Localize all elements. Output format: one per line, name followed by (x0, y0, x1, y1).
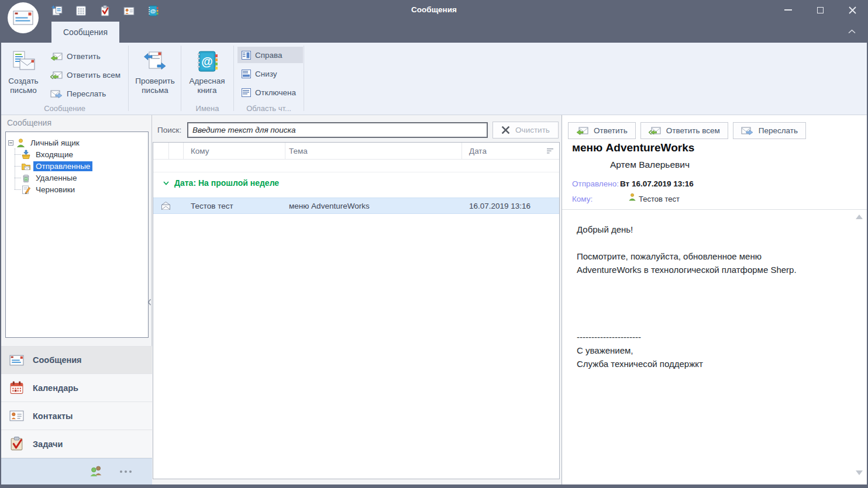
tree-item-label: Удаленные (33, 173, 79, 183)
reply-button[interactable]: Ответить (568, 122, 636, 139)
chevron-down-icon (163, 181, 169, 185)
collapse-ribbon-button[interactable] (846, 26, 857, 37)
nav-item-tasks[interactable]: Задачи (1, 430, 152, 458)
reading-pane-right-option[interactable]: Справа (237, 47, 303, 63)
address-book-button[interactable]: @ Адресная книга (184, 46, 230, 104)
calendar-red-icon (9, 380, 25, 396)
reading-pane-off-label: Отключена (255, 88, 296, 97)
message-date: 16.07.2019 13:16 (469, 202, 531, 210)
trash-icon (21, 173, 31, 183)
scroll-down-arrow-icon[interactable] (856, 470, 863, 475)
forward-icon (50, 89, 63, 99)
forward-label: Переслать (759, 126, 798, 135)
column-header-date[interactable]: Дата (469, 147, 487, 155)
tree-item-label: Входящие (33, 150, 75, 160)
column-header-subject[interactable]: Тема (289, 147, 308, 155)
sent-label: Отправлено: (572, 179, 619, 188)
date-group-label: Дата: На прошлой неделе (174, 178, 279, 188)
app-button[interactable] (8, 2, 39, 33)
chevron-up-icon (848, 29, 856, 34)
nav-item-label: Календарь (33, 383, 78, 393)
ribbon-separator (128, 46, 129, 111)
reply-all-label: Ответить всем (67, 71, 120, 79)
tree-item-drafts[interactable]: Черновики (6, 184, 148, 195)
maximize-button[interactable] (811, 0, 829, 20)
tree-item-deleted[interactable]: Удаленные (6, 172, 148, 184)
nav-item-label: Задачи (33, 439, 63, 449)
tree-item-inbox[interactable]: Входящие (6, 148, 148, 160)
date-group-header[interactable]: Дата: На прошлой неделе (153, 174, 559, 192)
message-body: Добрый день! Посмотрите, пожалуйста, обн… (577, 223, 847, 371)
minimize-icon (784, 9, 792, 11)
person-icon (628, 193, 636, 201)
create-mail-button[interactable]: Создать письмо (5, 46, 42, 104)
open-envelope-icon (160, 201, 171, 210)
group-label-reading-pane: Область чт... (234, 104, 304, 115)
reading-pane-off-option[interactable]: Отключена (237, 84, 303, 101)
message-list-pane: Поиск: Очистить Кому Тема Дата (153, 115, 560, 484)
maximize-icon (817, 7, 824, 13)
minimize-button[interactable] (779, 0, 797, 20)
nav-item-messages[interactable]: Сообщения (1, 346, 152, 374)
reply-button[interactable]: Ответить (48, 49, 103, 64)
title-bar: @ Сообщения (0, 0, 868, 21)
column-header-to[interactable]: Кому (191, 147, 209, 155)
people-button[interactable] (89, 465, 104, 479)
nav-item-calendar[interactable]: Календарь (1, 374, 152, 402)
check-mail-button[interactable]: Проверить письма (131, 46, 179, 104)
reply-all-button[interactable]: Ответить всем (640, 122, 728, 139)
message-subject: меню AdventureWorks (289, 202, 370, 210)
tree-connector (15, 189, 21, 190)
nav-item-label: Контакты (33, 411, 73, 421)
address-book-icon: @ (195, 49, 219, 74)
group-label-message: Сообщение (1, 104, 128, 115)
module-nav: Сообщения Календарь (1, 346, 152, 458)
check-mail-icon (143, 49, 167, 74)
message-row[interactable]: Тестов тест меню AdventureWorks 16.07.20… (153, 198, 559, 214)
reply-all-button[interactable]: Ответить всем (48, 67, 123, 82)
clear-search-label: Очистить (515, 126, 550, 134)
contact-card-icon (9, 408, 25, 424)
column-separator (285, 143, 285, 160)
sidebar-footer (1, 458, 152, 484)
close-button[interactable] (843, 0, 861, 20)
scroll-up-arrow-icon[interactable] (856, 214, 863, 219)
reading-pane-bottom-option[interactable]: Снизу (237, 65, 303, 82)
reply-label: Ответить (67, 52, 101, 61)
forward-icon (741, 126, 753, 136)
mail-logo-icon (13, 11, 34, 26)
sidebar-collapse-handle[interactable] (146, 295, 152, 309)
sort-icon[interactable] (546, 148, 554, 154)
check-mail-label: Проверить письма (131, 77, 179, 95)
more-options-button[interactable] (120, 470, 132, 473)
ribbon-separator (233, 46, 234, 111)
people-icon (89, 465, 104, 477)
tab-messages[interactable]: Сообщения (51, 22, 119, 43)
nav-item-contacts[interactable]: Контакты (1, 402, 152, 430)
forward-button[interactable]: Переслать (733, 122, 806, 139)
reply-all-label: Ответить всем (666, 126, 720, 135)
reply-all-icon (50, 70, 63, 80)
user-icon (16, 138, 26, 148)
ribbon-separator (304, 46, 304, 111)
collapse-expander-icon[interactable] (8, 140, 13, 146)
column-separator (168, 143, 169, 160)
window-title: Сообщения (0, 0, 868, 20)
tab-messages-label: Сообщения (63, 27, 108, 37)
forward-button[interactable]: Переслать (48, 86, 108, 101)
folder-tree: Личный ящик Входящие Отправленные (5, 131, 149, 338)
clear-x-icon (501, 126, 510, 134)
group-label-empty (129, 104, 181, 115)
tasks-check-icon (9, 436, 25, 452)
reading-pane-right-label: Справа (255, 51, 283, 60)
tree-item-sent[interactable]: Отправленные (6, 160, 148, 172)
reading-pane: Ответить Ответить всем Переслать (562, 115, 867, 484)
search-input[interactable] (187, 122, 488, 138)
tree-item-personal-mailbox[interactable]: Личный ящик (6, 137, 148, 148)
new-mail-icon (11, 49, 36, 74)
clear-search-button[interactable]: Очистить (492, 122, 559, 139)
group-divider (153, 172, 559, 172)
reply-label: Ответить (594, 126, 628, 135)
tree-item-label: Личный ящик (28, 138, 82, 148)
ribbon-tab-row: Сообщения (0, 21, 868, 43)
